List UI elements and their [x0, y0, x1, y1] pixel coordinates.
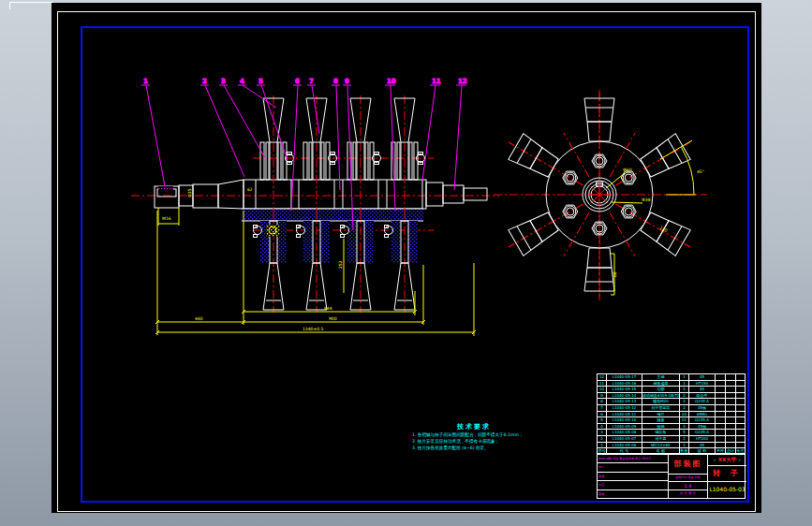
svg-text:11: 11 — [432, 78, 441, 85]
dim-45deg: 45° — [697, 169, 704, 174]
table-row: 4L1040-05-09销轴445钢 — [598, 424, 745, 431]
revision-header: 标记 处数 分区 更改文件号 签名 年月日 — [598, 455, 668, 463]
notes-title: 技术要求 — [457, 422, 613, 431]
check-label: 校核 — [598, 473, 668, 481]
side-view-shaft-assembly — [131, 95, 499, 313]
sheet-count: 共 张 第 张 — [669, 490, 707, 498]
svg-text:3: 3 — [221, 78, 226, 85]
svg-text:6: 6 — [295, 78, 300, 85]
dim-900: 900 — [329, 316, 337, 321]
table-row: 11L1040-05-16轴承端盖1HT150 — [598, 381, 745, 387]
lower-hammer-group-3 — [341, 211, 375, 313]
spacer-band-hatch — [242, 209, 423, 221]
ray-240 — [564, 212, 589, 256]
table-row: 10L1040-05-15挡圈245 — [598, 387, 745, 393]
upper-hammer-group-4 — [387, 95, 425, 211]
part-name: 转 子 — [708, 466, 746, 482]
upper-hammer-group-1 — [256, 95, 294, 211]
arm-210 — [501, 191, 591, 260]
layout-corner-mark — [9, 2, 53, 9]
bolt-lower-left — [563, 205, 578, 218]
dim-88: 88 — [613, 271, 617, 277]
title-block: 标记 处数 分区 更改文件号 签名 年月日 设计 校核 工艺 审核 部装图 阶段… — [597, 454, 746, 499]
bolt-upper-left — [563, 171, 578, 184]
stage-mass-scale-labels: 阶段标记 质量 比例 — [669, 475, 707, 482]
shaft-right-end — [426, 183, 487, 206]
table-row: 3L1040-05-08锤架板5Q235-A — [598, 430, 745, 436]
table-row: 5L1040-05-10隔套21Q235-A — [598, 417, 745, 424]
svg-text:2: 2 — [202, 78, 207, 85]
balloon-7: 7 — [307, 78, 319, 134]
check-mark-icon: ✓ — [738, 458, 741, 462]
cad-application-window: { "drawing": { "canvas_color": "#000000"… — [0, 0, 812, 526]
ray-120 — [564, 133, 589, 177]
notes-line-2: 2. 锤片安装后应转动灵活，不得有卡滞现象； — [412, 438, 613, 445]
drawing-number: L1040-05-03 — [708, 482, 746, 498]
arm-150 — [501, 129, 591, 198]
balloon-4: 4 — [238, 78, 276, 108]
arm-30 — [608, 129, 698, 198]
arm-330 — [608, 191, 698, 260]
balloon-6: 6 — [291, 78, 302, 211]
organization-name: ✓ XX大学 ✓ — [708, 455, 746, 466]
svg-text:8: 8 — [333, 78, 338, 85]
dim-f35: Ф35 — [187, 188, 192, 197]
doc-type: 部装图 — [669, 455, 707, 475]
svg-text:12: 12 — [458, 78, 467, 85]
upper-hammer-group-2 — [299, 95, 337, 211]
design-label: 设计 — [598, 463, 668, 472]
table-row: 12L1040-05-17主轴145 — [598, 374, 745, 381]
bolt-upper-right — [621, 171, 636, 184]
dim-overall: 1340±0.5 — [303, 327, 324, 331]
process-label: 工艺 — [598, 481, 668, 489]
dim-m16: M16 — [162, 216, 171, 221]
table-row: 2L1040-05-07转子盘2HT200 — [598, 436, 745, 443]
arm-90 — [584, 90, 614, 176]
shaft-left-end — [155, 180, 244, 209]
technical-notes: 技术要求 1. 各销轴与转子间采用间隙配合，间隙不得大于0.1mm； 2. 锤片… — [412, 422, 613, 451]
dim-844: 844 — [324, 306, 332, 311]
lower-hammer-group-4 — [385, 211, 419, 313]
dim-62: 62 — [247, 187, 253, 192]
ray-300 — [610, 212, 635, 256]
scale-value: 1:4 — [669, 482, 707, 490]
table-row: 7L1040-05-12转子固定块245钢 — [598, 405, 745, 412]
end-view-dimensions: 45° Ф60 Ф38 120 88 — [606, 140, 704, 295]
svg-text:4: 4 — [240, 78, 244, 85]
balloon-5: 5 — [257, 78, 288, 160]
svg-text:1: 1 — [143, 78, 148, 85]
dim-440: 440 — [195, 316, 203, 321]
dim-f38: Ф38 — [642, 197, 651, 202]
approve-label: 审核 — [598, 490, 668, 499]
balloon-1: 1 — [141, 78, 165, 186]
title-block-revision-area: 标记 处数 分区 更改文件号 签名 年月日 设计 校核 工艺 审核 — [598, 455, 669, 498]
bolt-lower-right — [621, 205, 636, 218]
balloon-8: 8 — [332, 78, 340, 190]
title-block-middle: 部装图 阶段标记 质量 比例 1:4 共 张 第 张 — [669, 455, 708, 498]
dim-252: 252 — [338, 260, 343, 269]
table-row: 9L1040-05-14滚动轴承6309 GB/T2762组合件 — [598, 393, 745, 400]
balloon-2: 2 — [200, 78, 244, 177]
notes-line-1: 1. 各销轴与转子间采用间隙配合，间隙不得大于0.1mm； — [412, 431, 613, 438]
svg-text:10: 10 — [387, 78, 396, 85]
dim-f60: Ф60 — [623, 168, 632, 172]
check-mark-icon: ✓ — [713, 458, 716, 462]
balloon-3: 3 — [219, 78, 265, 158]
svg-text:5: 5 — [258, 78, 263, 85]
balloon-11: 11 — [422, 78, 441, 181]
svg-text:9: 9 — [345, 78, 349, 85]
table-row: 1L1040-05-06键C12×80145 — [598, 443, 745, 449]
balloon-12: 12 — [454, 78, 467, 190]
table-row: 6L1040-05-11锤片2465Mn — [598, 412, 745, 418]
title-block-right: ✓ XX大学 ✓ 转 子 L1040-05-03 — [708, 455, 746, 498]
lower-hammer-group-2 — [297, 211, 331, 313]
parts-list-table: 12L1040-05-17主轴145 11L1040-05-16轴承端盖1HT1… — [597, 373, 746, 454]
notes-line-3: 3. 锤片按各组质量差配组 (4~6) 组装。 — [412, 445, 613, 451]
svg-text:7: 7 — [309, 78, 314, 85]
table-row: 8L1040-05-13螺母M202Q235-A — [598, 399, 745, 405]
cad-drawing-canvas[interactable]: M16 Ф35 62 252 844 440 900 1340±0.5 — [52, 3, 761, 513]
